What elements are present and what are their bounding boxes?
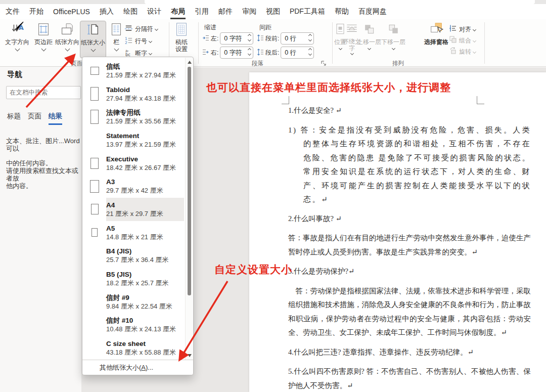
breaks-button[interactable]: 分隔符	[124, 23, 158, 34]
paper-preview-cell	[83, 175, 106, 198]
spinner-arrows[interactable]	[309, 49, 311, 55]
dropdown-scrollbar[interactable]	[185, 58, 193, 360]
margins-button[interactable]: 页边距	[32, 21, 55, 58]
paper-size-dimensions: 43.18 厘米 x 55.88 厘米	[106, 348, 176, 357]
document-text[interactable]: 1.什么是安全? ↵1) 答：安全是指没有受到威胁没有危险，危害、损失。人类的整…	[288, 104, 531, 392]
group-button[interactable]: 组合	[449, 35, 476, 46]
ribbon-tab[interactable]: PDF工具箱	[289, 4, 326, 19]
align-button[interactable]: 对齐	[449, 24, 476, 34]
paper-size-button[interactable]: 纸张大小	[80, 21, 106, 58]
doc-paragraph: 1.什么是安全? ↵	[288, 104, 531, 118]
send-backward-icon	[386, 21, 400, 37]
paper-size-option[interactable]: Executive 18.42 厘米 x 26.67 厘米	[83, 152, 184, 175]
orientation-icon	[60, 21, 75, 37]
paper-size-option[interactable]: 信封 #9 9.84 厘米 x 22.54 厘米	[83, 290, 184, 314]
scroll-up-icon[interactable]	[188, 61, 192, 64]
selection-pane-button[interactable]: 选择窗格	[422, 21, 451, 58]
paragraph-dialog-launcher-icon[interactable]	[321, 59, 327, 68]
paper-size-option[interactable]: A4 21 厘米 x 29.7 厘米	[83, 198, 184, 221]
send-backward-button[interactable]: 下移一层	[381, 21, 405, 58]
ribbon-tab[interactable]: 文件	[5, 4, 20, 19]
paper-size-option[interactable]: B4 (JIS) 25.7 厘米 x 36.4 厘米	[83, 244, 184, 268]
navigation-description: 文本、批注、图片...Word 可以中的任何内容。请使用搜索框查找文本或者放他内…	[6, 137, 82, 190]
paper-size-option[interactable]: Statement 13.97 厘米 x 21.59 厘米	[83, 128, 184, 152]
spacing-after-input[interactable]: 0 行	[281, 47, 314, 59]
columns-button[interactable]: 栏	[108, 21, 124, 58]
paper-preview-icon	[90, 87, 99, 101]
chevron-down-icon	[114, 47, 119, 52]
spacing-before-icon	[257, 34, 264, 43]
ribbon-tab[interactable]: 视图	[265, 4, 281, 19]
paper-preview-cell	[83, 221, 106, 244]
ribbon-tab[interactable]: 开始	[29, 4, 44, 19]
paper-size-option[interactable]: 法律专用纸 21.59 厘米 x 35.56 厘米	[83, 105, 184, 128]
ribbon-tab[interactable]: 引用	[194, 4, 209, 19]
chevron-down-icon	[367, 47, 371, 50]
indent-left-input[interactable]: 0 字符	[220, 32, 253, 45]
spinner-arrows[interactable]	[248, 49, 251, 55]
document-search-input[interactable]	[6, 86, 81, 99]
scrollbar-thumb[interactable]	[188, 67, 191, 295]
ribbon-tab[interactable]: 百度网盘	[358, 4, 387, 19]
spacing-after-icon	[257, 49, 264, 57]
paper-size-option[interactable]: 信封 #10 10.48 厘米 x 24.13 厘米	[83, 314, 184, 337]
ribbon-tab[interactable]: 布局	[170, 4, 186, 19]
navigation-pane-title: 导航	[7, 70, 22, 79]
text-direction-button[interactable]: A 文字方向	[3, 21, 31, 58]
ribbon-tab[interactable]: OfficePLUS	[53, 4, 90, 19]
navigation-tab[interactable]: 结果	[49, 112, 62, 125]
orientation-button[interactable]: 纸张方向	[55, 21, 80, 58]
more-paper-sizes-label: 其他纸张大小(	[100, 363, 141, 372]
paper-size-option[interactable]: A5 14.8 厘米 x 21 厘米	[83, 221, 184, 244]
paper-size-label: 纸张大小	[81, 39, 105, 46]
paper-preview-icon	[90, 67, 99, 75]
navigation-tabs: 标题页面结果	[7, 112, 62, 125]
ribbon-tab[interactable]: 邮件	[218, 4, 233, 19]
paper-size-dimensions: 13.97 厘米 x 21.59 厘米	[106, 140, 176, 149]
paper-size-icon	[85, 22, 101, 38]
spinner-arrows[interactable]	[248, 34, 251, 41]
document-page[interactable]: 1.什么是安全? ↵1) 答：安全是指没有受到威胁没有危险，危害、损失。人类的整…	[249, 72, 546, 392]
paper-preview-icon	[91, 204, 99, 214]
selection-pane-label: 选择窗格	[424, 38, 448, 46]
bring-forward-button[interactable]: 上移一层	[357, 21, 381, 58]
hyphenation-label: 断字	[135, 50, 147, 57]
ribbon-tab[interactable]: 帮助	[334, 4, 349, 19]
paper-size-option[interactable]: B5 (JIS) 18.2 厘米 x 25.7 厘米	[83, 267, 184, 290]
paper-size-list: 信纸 21.59 厘米 x 27.94 厘米 Tabloid 27.94 厘米 …	[83, 59, 184, 360]
line-numbers-button[interactable]: 1 2 行号	[124, 35, 152, 47]
ribbon-tab[interactable]: 插入	[99, 4, 114, 19]
spacing-before-input[interactable]: 0 行	[281, 32, 314, 45]
more-paper-sizes-accesskey: A	[141, 364, 146, 371]
ribbon-tab[interactable]: 设计	[147, 4, 162, 19]
paper-size-dimensions: 27.94 厘米 x 43.18 厘米	[106, 94, 176, 103]
navigation-description-line: 请使用搜索框查找文本或者放	[6, 167, 82, 182]
grid-settings-label: 稿纸设置	[174, 38, 189, 53]
paper-preview-icon	[90, 158, 99, 169]
indent-right-input[interactable]: 0 字符	[220, 47, 253, 59]
navigation-tab[interactable]: 标题	[7, 112, 21, 125]
spacing-after-value: 0 行	[285, 49, 296, 57]
paper-size-option[interactable]: 信纸 21.59 厘米 x 27.94 厘米	[83, 59, 184, 82]
doc-paragraph: 答：劳动保护是指根据国家法律、法规，依靠技术进步和科学管理，采取组织措施和技术措…	[288, 284, 531, 340]
spacing-section-label: 间距	[259, 23, 271, 32]
paper-size-option[interactable]: A3 29.7 厘米 x 42 厘米	[83, 175, 184, 198]
paper-size-option[interactable]: C size sheet 43.18 厘米 x 55.88 厘米	[83, 336, 184, 360]
indent-right-label: 右:	[211, 49, 218, 57]
paper-size-option[interactable]: Tabloid 27.94 厘米 x 43.18 厘米	[83, 82, 184, 106]
navigation-tab[interactable]: 页面	[28, 112, 41, 125]
ribbon-tab[interactable]: 绘图	[123, 4, 138, 19]
margin-corner-mark	[282, 96, 289, 104]
scroll-down-icon[interactable]	[188, 354, 192, 357]
ribbon-tab[interactable]: 审阅	[242, 4, 257, 19]
grid-settings-button[interactable]: 稿纸设置	[172, 21, 191, 58]
rotate-button[interactable]: 旋转	[449, 47, 476, 57]
indent-right-row: 右: 0 字符	[202, 47, 253, 59]
spacing-before-value: 0 行	[285, 34, 296, 43]
more-paper-sizes-item[interactable]: 其他纸张大小(A)...	[82, 360, 193, 375]
spinner-arrows[interactable]	[309, 34, 311, 41]
margins-label: 页边距	[34, 38, 53, 46]
indent-left-icon	[202, 34, 209, 43]
svg-text:A: A	[19, 24, 24, 31]
paper-preview-cell	[83, 128, 106, 152]
